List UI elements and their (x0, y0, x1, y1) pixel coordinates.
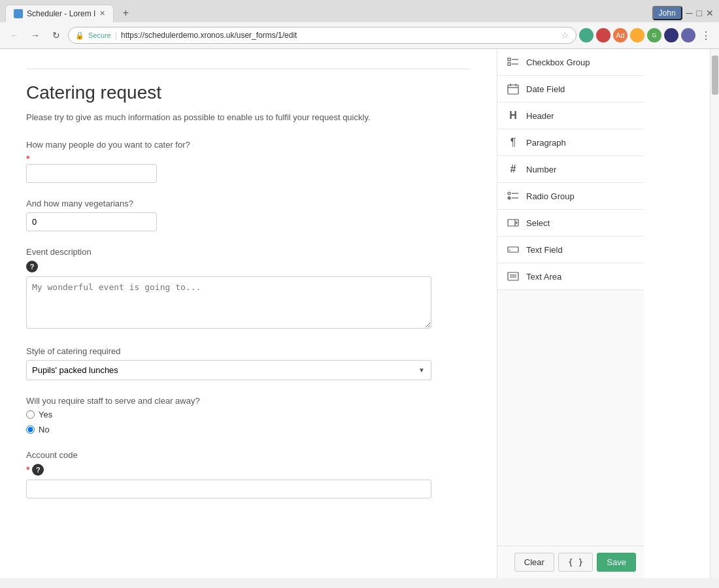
clear-button[interactable]: Clear (514, 553, 554, 572)
menu-button[interactable]: ⋮ (698, 27, 714, 43)
text-area-icon (507, 270, 520, 283)
checkbox-group-icon (507, 56, 520, 69)
sidebar-item-radio-label: Radio Group (526, 191, 575, 201)
url-text: https://schedulerdemo.xronos.uk/user_for… (121, 31, 557, 40)
people-count-input[interactable] (26, 164, 157, 183)
sidebar-item-paragraph[interactable]: ¶ Paragraph (497, 129, 644, 156)
event-description-help-wrapper: ? (26, 261, 471, 272)
radio-group-icon (507, 189, 520, 203)
field-event-description: Event description ? (26, 247, 471, 331)
staff-radio-group: Yes No (26, 410, 471, 434)
date-field-icon (507, 82, 520, 95)
radio-no-input[interactable] (26, 425, 35, 434)
svg-point-10 (509, 197, 510, 199)
sidebar-list: Checkbox Group Date Field H (497, 49, 644, 546)
account-code-input[interactable] (26, 480, 431, 498)
account-code-help-icon[interactable]: ? (32, 464, 44, 476)
sidebar-item-text-field[interactable]: Text Field (497, 237, 644, 263)
minimize-button[interactable]: ─ (686, 8, 693, 18)
page-content: Catering request Please try to give as m… (0, 49, 710, 578)
radio-yes-label: Yes (39, 410, 52, 419)
browser-tab[interactable]: Scheduler - Lorem I ✕ (5, 5, 114, 22)
sidebar-item-select-label: Select (526, 218, 550, 228)
sidebar-actions: Clear { } Save (497, 546, 644, 578)
select-icon (507, 216, 520, 229)
browser-action-icons: Ad G ⋮ (579, 27, 714, 43)
browser-chrome: Scheduler - Lorem I ✕ + John ─ □ ✕ ← → ↻… (0, 0, 719, 49)
circle-icon-7[interactable] (681, 28, 695, 42)
close-window-button[interactable]: ✕ (706, 8, 714, 18)
field-vegetarians: And how many vegetarians? (26, 199, 471, 231)
address-bar[interactable]: 🔒 Secure | https://schedulerdemo.xronos.… (68, 27, 577, 44)
save-button[interactable]: Save (597, 553, 636, 572)
circle-icon-6[interactable] (664, 28, 678, 42)
sidebar: Checkbox Group Date Field H (497, 49, 644, 578)
circle-icon-5[interactable]: G (647, 28, 661, 42)
required-star-1: * (26, 154, 471, 164)
page-wrapper: Catering request Please try to give as m… (0, 49, 719, 578)
secure-label: Secure (88, 31, 111, 39)
top-separator (26, 69, 471, 69)
back-button[interactable]: ← (5, 26, 24, 44)
field-vegetarians-label: And how many vegetarians? (26, 199, 471, 208)
tab-favicon (14, 9, 23, 18)
tab-close-button[interactable]: ✕ (99, 9, 105, 18)
paragraph-icon: ¶ (507, 136, 520, 149)
required-star-account: * (26, 465, 29, 475)
radio-yes[interactable]: Yes (26, 410, 471, 419)
field-catering-label: Style of catering required (26, 346, 471, 356)
sidebar-item-text-area[interactable]: Text Area (497, 263, 644, 290)
reload-button[interactable]: ↻ (47, 26, 65, 44)
svg-rect-4 (508, 85, 518, 94)
forward-button[interactable]: → (26, 26, 44, 44)
url-separator: | (115, 31, 117, 40)
radio-yes-input[interactable] (26, 410, 35, 419)
bookmark-icon[interactable]: ☆ (561, 30, 569, 41)
lock-icon: 🔒 (75, 31, 84, 40)
form-area: Catering request Please try to give as m… (0, 49, 497, 578)
field-staff-label: Will you require staff to serve and clea… (26, 396, 471, 406)
event-description-help-icon[interactable]: ? (26, 261, 38, 272)
window-controls: John ─ □ ✕ (652, 6, 714, 20)
sidebar-item-select[interactable]: Select (497, 210, 644, 237)
sidebar-item-radio-group[interactable]: Radio Group (497, 183, 644, 210)
svg-rect-17 (508, 272, 518, 280)
field-people-count: How many people do you want to cater for… (26, 140, 471, 183)
radio-no-label: No (39, 425, 50, 434)
svg-rect-1 (508, 63, 510, 65)
sidebar-item-checkbox-label: Checkbox Group (526, 57, 590, 67)
sidebar-item-date-field[interactable]: Date Field (497, 76, 644, 103)
page-title: Catering request (26, 82, 471, 103)
radio-no[interactable]: No (26, 425, 471, 434)
circle-icon-1[interactable] (579, 28, 594, 42)
profile-button[interactable]: John (652, 6, 682, 20)
field-account-label: Account code (26, 450, 471, 460)
circle-icon-2[interactable] (596, 28, 610, 42)
event-description-textarea[interactable] (26, 276, 431, 329)
form-description: Please try to give as much information a… (26, 111, 471, 124)
sidebar-item-checkbox-group[interactable]: Checkbox Group (497, 49, 644, 76)
code-button[interactable]: { } (558, 553, 593, 572)
circle-icon-4[interactable] (630, 28, 644, 42)
sidebar-item-date-label: Date Field (526, 84, 565, 94)
vegetarians-input[interactable] (26, 212, 157, 231)
svg-rect-0 (508, 58, 510, 61)
maximize-button[interactable]: □ (697, 8, 702, 18)
sidebar-item-paragraph-label: Paragraph (526, 138, 566, 148)
circle-icon-3[interactable]: Ad (613, 28, 627, 42)
sidebar-item-header[interactable]: H Header (497, 103, 644, 129)
sidebar-item-text-field-label: Text Field (526, 245, 563, 255)
sidebar-item-number[interactable]: # Number (497, 156, 644, 183)
account-code-required-wrapper: * ? (26, 464, 471, 476)
field-people-label: How many people do you want to cater for… (26, 140, 471, 150)
number-icon: # (507, 163, 520, 176)
field-event-label: Event description (26, 247, 471, 257)
scrollbar-thumb[interactable] (712, 56, 718, 95)
browser-titlebar: Scheduler - Lorem I ✕ + John ─ □ ✕ (0, 0, 719, 22)
field-staff-serve: Will you require staff to serve and clea… (26, 396, 471, 434)
scrollbar[interactable] (710, 49, 719, 578)
new-tab-button[interactable]: + (116, 4, 135, 22)
browser-navbar: ← → ↻ 🔒 Secure | https://schedulerdemo.x… (0, 22, 719, 48)
tab-title: Scheduler - Lorem I (27, 9, 95, 18)
catering-style-select[interactable]: Pupils' packed lunches Staff buffet Hot … (26, 360, 431, 380)
